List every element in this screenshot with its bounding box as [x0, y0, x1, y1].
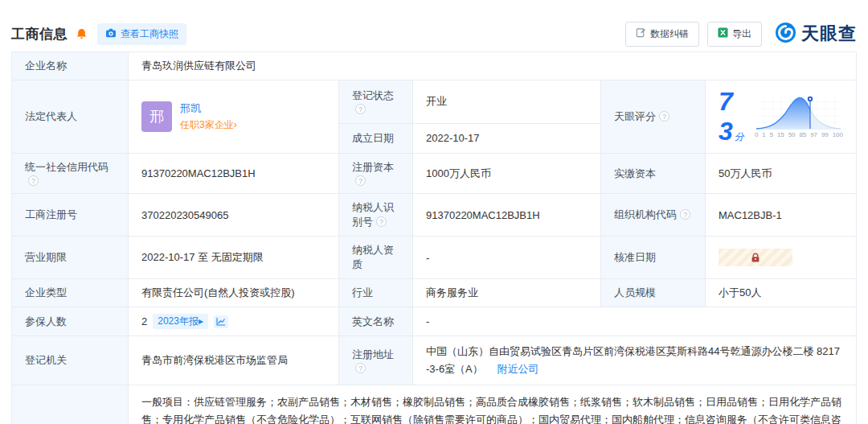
score-distribution-chart[interactable]: 0 1 5 15 50 85 97 99 100 — [755, 95, 843, 138]
view-snapshot-label: 查看工商快照 — [121, 27, 178, 41]
tianyancha-logo-text: 天眼查 — [801, 22, 857, 46]
staff-size-label: 人员规模 — [601, 279, 706, 307]
insured-count-label: 参保人数 — [12, 307, 129, 336]
org-code-value: MAC12BJB-1 — [706, 194, 857, 237]
business-info-panel: 工商信息 查看工商快照 数据纠错 导出 天眼查 — [0, 0, 868, 424]
business-info-table: 企业名称 青岛玖润供应链有限公司 法定代表人 邢 邢凯 任职3家企业› 登记状态… — [11, 51, 857, 424]
company-type-label: 企业类型 — [12, 279, 129, 307]
chevron-right-icon: › — [234, 119, 237, 130]
question-mark-icon[interactable]: ? — [376, 216, 387, 227]
camera-icon — [105, 28, 117, 40]
org-code-label: 组织机构代码 — [614, 208, 677, 220]
legal-rep-positions-link[interactable]: 任职3家企业› — [180, 118, 237, 132]
taxpayer-id-value: 91370220MAC12BJB1H — [413, 194, 601, 237]
score-value: 73分 — [719, 87, 745, 146]
axis-tick: 99 — [821, 131, 829, 138]
axis-tick: 0 — [755, 131, 758, 138]
paid-capital-label: 实缴资本 — [601, 154, 706, 194]
business-term-label: 营业期限 — [12, 237, 129, 279]
data-correction-button[interactable]: 数据纠错 — [625, 22, 699, 47]
taxpayer-id-label: 纳税人识别号 — [352, 201, 394, 228]
company-name-label: 企业名称 — [12, 52, 129, 80]
positions-label: 任职3家企业 — [180, 119, 234, 130]
question-mark-icon[interactable]: ? — [659, 111, 669, 121]
question-mark-icon[interactable]: ? — [28, 175, 39, 186]
axis-tick: 5 — [770, 131, 773, 138]
reg-capital-value: 1000万人民币 — [413, 154, 601, 194]
locked-value[interactable] — [719, 249, 792, 266]
approval-date-cell — [706, 237, 857, 279]
insured-count-value: 2 — [141, 315, 147, 327]
table-row: 营业期限 2022-10-17 至 无固定期限 纳税人资质 - 核准日期 — [12, 237, 857, 279]
export-button[interactable]: 导出 — [707, 22, 762, 47]
nearby-companies-link[interactable]: 附近公司 — [497, 363, 538, 375]
annual-report-label: 2023年报 — [158, 315, 199, 327]
trend-chart-icon[interactable] — [214, 315, 228, 328]
legal-rep-cell: 邢 邢凯 任职3家企业› — [129, 80, 339, 154]
company-name-value: 青岛玖润供应链有限公司 — [129, 52, 857, 80]
annual-report-badge[interactable]: 2023年报▸ — [153, 314, 208, 329]
credit-code-value: 91370220MAC12BJB1H — [129, 154, 339, 194]
view-snapshot-button[interactable]: 查看工商快照 — [97, 23, 186, 45]
insured-count-cell: 2 2023年报▸ — [129, 307, 339, 336]
taxpayer-quality-label: 纳税人资质 — [339, 237, 413, 279]
axis-tick: 50 — [788, 131, 796, 138]
taxpayer-quality-value: - — [413, 237, 601, 279]
reg-address-value: 中国（山东）自由贸易试验区青岛片区前湾保税港区莫斯科路44号乾通源办公楼二楼 8… — [426, 345, 840, 375]
staff-size-value: 小于50人 — [706, 279, 857, 307]
table-row: 参保人数 2 2023年报▸ 英文名称 - — [12, 307, 857, 336]
avatar[interactable]: 邢 — [141, 101, 172, 132]
panel-header: 工商信息 查看工商快照 数据纠错 导出 天眼查 — [11, 21, 857, 47]
axis-tick: 15 — [777, 131, 784, 138]
legal-rep-label: 法定代表人 — [12, 80, 129, 154]
reg-address-label: 注册地址 — [352, 348, 394, 360]
question-mark-icon[interactable]: ? — [355, 175, 366, 186]
question-mark-icon[interactable]: ? — [680, 209, 690, 220]
establish-date-label: 成立日期 — [339, 123, 413, 153]
industry-value: 商务服务业 — [413, 279, 601, 307]
business-term-value: 2022-10-17 至 无固定期限 — [129, 237, 339, 279]
industry-label: 行业 — [339, 279, 413, 307]
score-cell: 73分 — [706, 80, 857, 154]
table-row: 工商注册号 370220230549065 纳税人识别号? 91370220MA… — [12, 194, 857, 237]
table-row: 统一社会信用代码? 91370220MAC12BJB1H 注册资本? 1000万… — [12, 154, 857, 194]
table-row: 企业名称 青岛玖润供应链有限公司 — [12, 52, 857, 80]
data-correction-label: 数据纠错 — [650, 27, 689, 41]
score-label-cell: 天眼评分? — [601, 80, 706, 154]
credit-code-label-cell: 统一社会信用代码? — [12, 154, 129, 194]
table-row: 登记机关 青岛市前湾保税港区市场监管局 注册地址? 中国（山东）自由贸易试验区青… — [12, 336, 857, 385]
axis-tick: 100 — [833, 131, 843, 138]
org-code-label-cell: 组织机构代码? — [601, 194, 706, 237]
axis-tick: 1 — [762, 131, 765, 138]
company-type-value: 有限责任公司(自然人投资或控股) — [129, 279, 339, 307]
reg-capital-label-cell: 注册资本? — [339, 154, 413, 194]
axis-tick: 85 — [799, 131, 806, 138]
table-row: 经营范围? 一般项目：供应链管理服务；农副产品销售；木材销售；橡胶制品销售；高品… — [12, 385, 857, 424]
reg-status-label: 登记状态 — [352, 89, 394, 101]
reg-status-label-cell: 登记状态? — [339, 80, 413, 124]
edit-doc-icon — [636, 27, 646, 40]
score-unit: 分 — [735, 131, 744, 142]
tianyancha-logo-icon — [775, 22, 796, 47]
question-mark-icon[interactable]: ? — [355, 104, 366, 114]
score-chart-axis: 0 1 5 15 50 85 97 99 100 — [755, 131, 843, 138]
english-name-label: 英文名称 — [339, 307, 413, 336]
panel-title: 工商信息 — [11, 25, 68, 43]
approval-date-label: 核准日期 — [601, 237, 706, 279]
tianyancha-logo: 天眼查 — [775, 22, 857, 47]
reg-capital-label: 注册资本 — [352, 161, 394, 173]
bell-icon[interactable] — [76, 28, 88, 40]
score-number: 73 — [719, 87, 733, 146]
question-mark-icon[interactable]: ? — [355, 363, 366, 373]
taxpayer-id-label-cell: 纳税人识别号? — [339, 194, 413, 237]
excel-icon — [718, 27, 728, 40]
table-row: 法定代表人 邢 邢凯 任职3家企业› 登记状态? 开业 天眼评分? 73分 — [12, 80, 857, 124]
table-row: 企业类型 有限责任公司(自然人投资或控股) 行业 商务服务业 人员规模 小于50… — [12, 279, 857, 307]
legal-rep-name-link[interactable]: 邢凯 — [180, 101, 237, 116]
axis-tick: 97 — [810, 131, 817, 138]
english-name-value: - — [413, 307, 857, 336]
establish-date-value: 2022-10-17 — [413, 123, 601, 153]
paid-capital-value: 50万人民币 — [706, 154, 857, 194]
business-scope-label-cell: 经营范围? — [12, 385, 129, 424]
lock-icon — [751, 253, 760, 263]
